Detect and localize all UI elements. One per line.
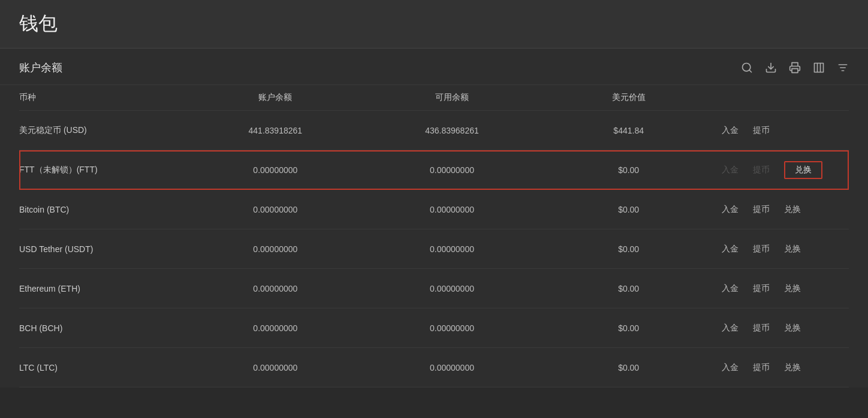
cell-balance: 441.83918261: [187, 126, 364, 135]
balance-table: 币种 账户余额 可用余额 美元价值 美元稳定币 (USD)441.8391826…: [0, 85, 868, 387]
withdraw-button[interactable]: 提币: [753, 244, 770, 255]
table-row: 美元稳定币 (USD)441.83918261436.83968261$441.…: [19, 111, 849, 150]
cell-currency: 美元稳定币 (USD): [19, 125, 187, 136]
table-row: BCH (BCH)0.000000000.00000000$0.00入金提币兑换: [19, 308, 849, 348]
deposit-button[interactable]: 入金: [722, 204, 739, 215]
deposit-button[interactable]: 入金: [722, 244, 739, 255]
cell-actions: 入金提币兑换: [717, 244, 849, 255]
cell-balance: 0.00000000: [187, 323, 364, 333]
svg-rect-4: [815, 63, 824, 72]
table-row: USD Tether (USDT)0.000000000.00000000$0.…: [19, 229, 849, 269]
section-header: 账户余额: [0, 49, 868, 85]
table-row: Bitcoin (BTC)0.000000000.00000000$0.00入金…: [19, 190, 849, 229]
cell-actions: 入金提币兑换: [717, 204, 849, 215]
cell-currency: FTT（未解锁）(FTT): [19, 165, 187, 175]
cell-actions: 入金提币: [717, 125, 849, 136]
deposit-button[interactable]: 入金: [722, 283, 739, 294]
columns-icon[interactable]: [813, 62, 825, 74]
exchange-button[interactable]: 兑换: [784, 204, 801, 215]
deposit-button[interactable]: 入金: [722, 362, 739, 373]
exchange-button[interactable]: 兑换: [784, 362, 801, 373]
cell-balance: 0.00000000: [187, 205, 364, 214]
withdraw-button: 提币: [753, 165, 770, 175]
header-available: 可用余额: [364, 92, 541, 103]
cell-available: 0.00000000: [364, 165, 541, 175]
cell-usd-value: $0.00: [540, 323, 717, 333]
cell-balance: 0.00000000: [187, 284, 364, 293]
cell-currency: LTC (LTC): [19, 363, 187, 372]
exchange-button[interactable]: 兑换: [784, 244, 801, 255]
header-currency: 币种: [19, 92, 187, 103]
cell-usd-value: $441.84: [540, 126, 717, 135]
withdraw-button[interactable]: 提币: [753, 204, 770, 215]
cell-actions: 入金提币兑换: [717, 161, 849, 179]
section-title: 账户余额: [19, 60, 62, 75]
deposit-button[interactable]: 入金: [722, 323, 739, 334]
table-row: LTC (LTC)0.000000000.00000000$0.00入金提币兑换: [19, 348, 849, 387]
cell-actions: 入金提币兑换: [717, 362, 849, 373]
cell-available: 0.00000000: [364, 323, 541, 333]
header-actions: [717, 92, 849, 103]
cell-usd-value: $0.00: [540, 244, 717, 254]
cell-usd-value: $0.00: [540, 284, 717, 293]
deposit-button: 入金: [722, 165, 739, 175]
withdraw-button[interactable]: 提币: [753, 323, 770, 334]
cell-usd-value: $0.00: [540, 165, 717, 175]
cell-usd-value: $0.00: [540, 363, 717, 372]
exchange-button[interactable]: 兑换: [784, 161, 822, 179]
deposit-button[interactable]: 入金: [722, 125, 739, 136]
table-row: FTT（未解锁）(FTT)0.000000000.00000000$0.00入金…: [19, 150, 849, 190]
table-row: Ethereum (ETH)0.000000000.00000000$0.00入…: [19, 269, 849, 308]
cell-available: 436.83968261: [364, 126, 541, 135]
cell-currency: Bitcoin (BTC): [19, 205, 187, 214]
search-icon[interactable]: [741, 62, 753, 74]
table-body: 美元稳定币 (USD)441.83918261436.83968261$441.…: [19, 111, 849, 387]
cell-actions: 入金提币兑换: [717, 283, 849, 294]
cell-currency: BCH (BCH): [19, 323, 187, 333]
svg-line-1: [749, 70, 752, 72]
header-usd-value: 美元价值: [540, 92, 717, 103]
cell-balance: 0.00000000: [187, 244, 364, 254]
download-icon[interactable]: [765, 62, 777, 74]
exchange-button[interactable]: 兑换: [784, 283, 801, 294]
withdraw-button[interactable]: 提币: [753, 362, 770, 373]
cell-balance: 0.00000000: [187, 363, 364, 372]
content-area: 账户余额: [0, 49, 868, 387]
cell-usd-value: $0.00: [540, 205, 717, 214]
print-icon[interactable]: [789, 62, 801, 74]
svg-rect-3: [792, 69, 798, 73]
withdraw-button[interactable]: 提币: [753, 125, 770, 136]
cell-currency: USD Tether (USDT): [19, 244, 187, 254]
page-title: 钱包: [19, 11, 849, 37]
cell-available: 0.00000000: [364, 363, 541, 372]
cell-available: 0.00000000: [364, 205, 541, 214]
table-header: 币种 账户余额 可用余额 美元价值: [19, 85, 849, 111]
filter-icon[interactable]: [837, 62, 849, 74]
cell-balance: 0.00000000: [187, 165, 364, 175]
header-balance: 账户余额: [187, 92, 364, 103]
cell-available: 0.00000000: [364, 284, 541, 293]
exchange-button[interactable]: 兑换: [784, 323, 801, 334]
cell-actions: 入金提币兑换: [717, 323, 849, 334]
cell-currency: Ethereum (ETH): [19, 284, 187, 293]
cell-available: 0.00000000: [364, 244, 541, 254]
header-icons: [741, 62, 849, 74]
withdraw-button[interactable]: 提币: [753, 283, 770, 294]
page-header: 钱包: [0, 0, 868, 49]
